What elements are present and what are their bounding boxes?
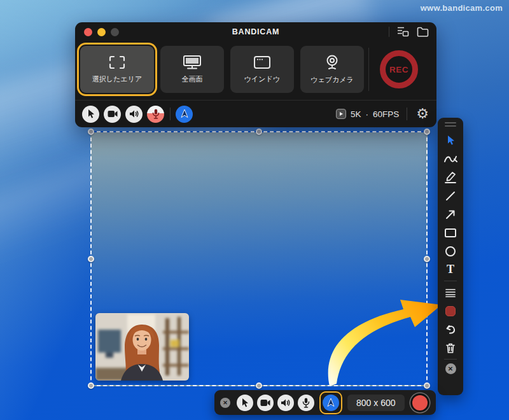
toolbar-separator [407, 108, 407, 120]
tool-arrow[interactable] [438, 205, 463, 223]
speaker-toggle-button[interactable] [277, 395, 294, 411]
ellipse-icon [445, 246, 456, 257]
toolbar-drag-handle[interactable] [445, 122, 456, 127]
close-drawing-toolbar-button[interactable]: ✕ [445, 363, 456, 374]
titlebar[interactable]: BANDICAM [75, 22, 436, 41]
window-icon [253, 55, 272, 70]
tool-text[interactable]: T [438, 260, 463, 279]
microphone-toggle-button[interactable] [298, 395, 314, 411]
cursor-icon [87, 109, 95, 119]
speaker-icon [129, 109, 139, 118]
cursor-toggle-button[interactable] [82, 106, 99, 123]
folder-icon[interactable] [417, 27, 429, 37]
window-toolbar: 5K · 60FPS ⚙ [75, 101, 436, 127]
video-camera-icon [260, 399, 270, 407]
mode-label: 選択したエリア [92, 74, 142, 84]
rectangle-icon [444, 228, 457, 238]
settings-gear-icon[interactable]: ⚙ [416, 107, 429, 121]
bottom-control-bar: ✕ [214, 390, 436, 415]
speaker-toggle-button[interactable] [125, 106, 143, 123]
status-separator: · [365, 109, 368, 119]
mode-webcam-button[interactable]: ウェブカメラ [300, 46, 364, 93]
watermark: www.bandicam.com [421, 3, 503, 13]
tool-highlighter[interactable] [438, 168, 463, 186]
resize-handle-middle-left[interactable] [88, 256, 94, 262]
tool-freehand[interactable] [438, 150, 463, 168]
format-status[interactable]: 5K · 60FPS [336, 109, 399, 119]
drawing-mode-button[interactable] [323, 395, 339, 411]
resolution-value: 5K [351, 109, 361, 119]
mode-label: 全画面 [182, 74, 203, 84]
mode-selected-area-button[interactable]: 選択したエリア [80, 46, 154, 93]
fullscreen-icon [182, 55, 202, 70]
cursor-icon [446, 135, 456, 146]
undo-icon [445, 325, 456, 334]
resize-handle-middle-right[interactable] [424, 256, 430, 262]
pen-nib-icon [326, 398, 335, 408]
video-camera-icon [108, 110, 118, 118]
recordings-list-icon[interactable] [397, 26, 409, 37]
record-button[interactable] [412, 395, 428, 410]
tool-ellipse[interactable] [438, 242, 463, 260]
area-select-icon [108, 55, 127, 70]
arrow-icon [445, 209, 456, 220]
cancel-selection-button[interactable]: ✕ [220, 398, 230, 408]
tool-cursor[interactable] [438, 131, 463, 150]
rec-button[interactable]: REC [380, 50, 418, 88]
tool-thickness[interactable] [438, 283, 463, 302]
capture-size-display[interactable]: 800 x 600 [347, 395, 405, 411]
rec-label: REC [389, 65, 408, 74]
resize-handle-top-middle[interactable] [256, 129, 262, 135]
tool-line[interactable] [438, 186, 463, 205]
tool-rectangle[interactable] [438, 223, 463, 242]
title-divider [389, 27, 389, 37]
mode-label: ウェブカメラ [310, 75, 354, 85]
cursor-toggle-button[interactable] [237, 395, 253, 411]
drawing-mode-highlight [319, 391, 342, 414]
microphone-toggle-button[interactable] [147, 106, 164, 123]
mode-window-button[interactable]: ウインドウ [230, 46, 294, 93]
resize-handle-top-left[interactable] [88, 129, 94, 135]
tool-undo[interactable] [438, 320, 463, 339]
cursor-icon [241, 398, 249, 408]
bandicam-main-window: BANDICAM [75, 22, 436, 127]
camera-toggle-button[interactable] [257, 395, 274, 411]
toolbar-separator [444, 359, 457, 360]
tool-delete[interactable] [438, 339, 463, 357]
highlighter-icon [444, 171, 457, 184]
resize-handle-bottom-right[interactable] [424, 382, 430, 389]
webcam-preview[interactable] [95, 313, 189, 381]
webcam-icon [324, 54, 340, 71]
speaker-icon [281, 398, 291, 407]
resize-handle-bottom-left[interactable] [88, 382, 94, 389]
webcam-video-frame [95, 313, 189, 381]
freehand-pen-icon [443, 153, 457, 165]
thickness-lines-icon [445, 288, 456, 297]
modes-divider [368, 48, 369, 91]
pen-nib-icon [180, 109, 189, 119]
resize-handle-top-right[interactable] [424, 129, 430, 135]
toolbar-separator [444, 281, 457, 281]
mode-label: ウインドウ [244, 74, 280, 84]
drawing-toolbar: T ✕ [438, 118, 463, 395]
tool-color[interactable] [438, 302, 463, 320]
camera-toggle-button[interactable] [104, 106, 121, 123]
fps-value: 60FPS [373, 109, 399, 119]
toolbar-separator [170, 108, 171, 120]
resize-handle-bottom-middle[interactable] [256, 382, 262, 389]
mode-fullscreen-button[interactable]: 全画面 [160, 46, 224, 93]
desktop: www.bandicam.com [0, 0, 509, 420]
microphone-icon [152, 109, 160, 119]
color-swatch-red [445, 306, 456, 316]
line-icon [445, 190, 456, 202]
microphone-icon [302, 398, 310, 408]
format-play-icon [336, 109, 346, 119]
trash-icon [445, 342, 456, 354]
window-title: BANDICAM [75, 27, 436, 36]
drawing-mode-button[interactable] [176, 106, 193, 123]
